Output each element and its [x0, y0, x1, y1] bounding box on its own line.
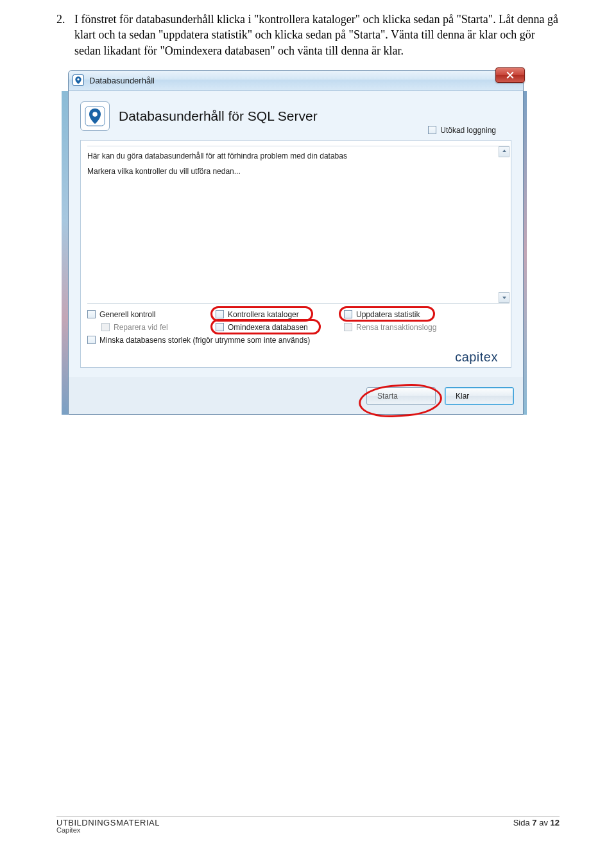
window-title: Databasunderhåll [89, 76, 155, 85]
brand-logo: capitex [455, 350, 498, 365]
checkbox-grid: Generell kontroll Kontrollera kataloger [87, 310, 509, 345]
message-line-1: Här kan du göra databasunderhåll för att… [87, 151, 506, 160]
checkbox-icon [428, 126, 436, 134]
extended-logging-checkbox[interactable]: Utökad loggning [428, 126, 496, 135]
button-row: Starta Klar [69, 377, 523, 414]
dialog-window: Databasunderhåll Databasunderhåll för SQ… [68, 70, 524, 415]
message-area: Här kan du göra databasunderhåll för att… [87, 146, 509, 304]
svg-point-2 [92, 112, 98, 117]
extended-logging-label: Utökad loggning [440, 126, 496, 135]
start-button-label: Starta [377, 392, 398, 401]
rensa-translog-checkbox[interactable]: Rensa transaktionslogg [344, 323, 472, 332]
app-icon [73, 74, 84, 86]
general-kontroll-checkbox[interactable]: Generell kontroll [87, 310, 216, 319]
uppdatera-statistik-checkbox[interactable]: Uppdatera statistik [344, 310, 472, 319]
message-panel: Här kan du göra databasunderhåll för att… [80, 140, 511, 368]
kontrollera-kataloger-label: Kontrollera kataloger [228, 310, 299, 319]
start-button[interactable]: Starta [366, 387, 436, 405]
done-button-label: Klar [456, 392, 469, 401]
omindexera-checkbox[interactable]: Omindexera databasen [216, 323, 344, 332]
minska-storlek-label: Minska databasens storlek (frigör utrymm… [99, 336, 310, 345]
minska-storlek-checkbox[interactable]: Minska databasens storlek (frigör utrymm… [87, 336, 310, 345]
reparera-checkbox[interactable]: Reparera vid fel [87, 323, 216, 332]
uppdatera-statistik-label: Uppdatera statistik [356, 310, 420, 319]
scroll-up-button[interactable] [499, 146, 509, 157]
titlebar: Databasunderhåll [69, 71, 523, 91]
rensa-translog-label: Rensa transaktionslogg [356, 323, 436, 332]
instruction-step: 2. I fönstret för databasunderhåll klick… [56, 12, 560, 58]
kontrollera-kataloger-checkbox[interactable]: Kontrollera kataloger [216, 310, 344, 319]
dialog-header: Databasunderhåll för SQL Server [119, 108, 318, 124]
general-kontroll-label: Generell kontroll [99, 310, 155, 319]
screenshot: Databasunderhåll Databasunderhåll för SQ… [62, 70, 527, 415]
scroll-down-button[interactable] [499, 292, 509, 303]
close-button[interactable] [495, 67, 525, 83]
page-footer: UTBILDNINGSMATERIAL Capitex Sida 7 av 12 [56, 816, 560, 834]
svg-point-0 [77, 78, 80, 81]
done-button[interactable]: Klar [445, 387, 514, 405]
omindexera-label: Omindexera databasen [228, 323, 308, 332]
reparera-label: Reparera vid fel [114, 323, 168, 332]
instruction-number: 2. [56, 12, 74, 58]
instruction-text: I fönstret för databasunderhåll klicka i… [74, 12, 560, 58]
page-number: Sida 7 av 12 [513, 818, 560, 827]
message-line-2: Markera vilka kontroller du vill utföra … [87, 167, 506, 176]
header-icon [80, 101, 110, 131]
